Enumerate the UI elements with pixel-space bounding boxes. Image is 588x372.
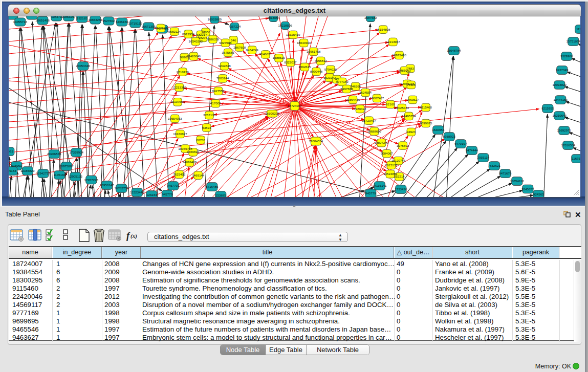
svg-text:19654933: 19654933 bbox=[168, 117, 182, 120]
svg-text:10120746: 10120746 bbox=[391, 159, 406, 162]
svg-text:417008: 417008 bbox=[210, 101, 221, 105]
svg-text:8454749: 8454749 bbox=[246, 48, 259, 52]
svg-text:153885: 153885 bbox=[215, 193, 226, 197]
svg-text:1733426: 1733426 bbox=[395, 187, 407, 191]
svg-text:1588520: 1588520 bbox=[273, 56, 286, 59]
svg-text:12444153: 12444153 bbox=[554, 98, 568, 101]
svg-text:9227349: 9227349 bbox=[556, 68, 569, 72]
svg-text:9245652: 9245652 bbox=[521, 187, 534, 191]
svg-text:2867608: 2867608 bbox=[233, 46, 246, 49]
svg-text:14055713: 14055713 bbox=[13, 20, 28, 24]
svg-text:924565: 924565 bbox=[533, 192, 544, 196]
svg-text:20364436: 20364436 bbox=[346, 98, 360, 101]
svg-text:10653267: 10653267 bbox=[89, 18, 103, 21]
svg-text:15720407: 15720407 bbox=[362, 119, 376, 122]
svg-text:17016504: 17016504 bbox=[561, 143, 576, 147]
svg-text:94923: 94923 bbox=[407, 130, 416, 134]
svg-text:5716485: 5716485 bbox=[206, 185, 219, 188]
svg-text:1469822: 1469822 bbox=[187, 150, 200, 154]
svg-text:7986322: 7986322 bbox=[354, 107, 366, 111]
svg-text:7955812: 7955812 bbox=[315, 59, 328, 62]
svg-text:12213967: 12213967 bbox=[386, 40, 400, 43]
svg-text:9794028: 9794028 bbox=[324, 68, 337, 71]
svg-text:26063: 26063 bbox=[9, 149, 13, 153]
svg-text:8990448: 8990448 bbox=[310, 70, 323, 73]
svg-text:16782759: 16782759 bbox=[115, 186, 129, 190]
svg-text:12093822: 12093822 bbox=[553, 83, 567, 86]
svg-text:16671355: 16671355 bbox=[142, 25, 156, 28]
svg-text:2718126: 2718126 bbox=[177, 70, 189, 74]
svg-text:18724007: 18724007 bbox=[288, 104, 302, 107]
svg-text:7632621: 7632621 bbox=[488, 164, 501, 167]
svg-text:f: f bbox=[126, 231, 130, 241]
svg-text:10487: 10487 bbox=[9, 16, 17, 17]
svg-text:16210643: 16210643 bbox=[553, 114, 567, 117]
svg-text:10853267: 10853267 bbox=[62, 16, 76, 18]
svg-text:22420046: 22420046 bbox=[187, 54, 201, 58]
svg-text:1469144: 1469144 bbox=[192, 173, 205, 177]
svg-text:7803144: 7803144 bbox=[216, 76, 229, 80]
svg-text:8322037: 8322037 bbox=[284, 60, 297, 64]
svg-text:546: 546 bbox=[231, 38, 236, 42]
svg-text:252214: 252214 bbox=[394, 174, 405, 178]
svg-text:20557: 20557 bbox=[28, 16, 37, 17]
svg-text:7625402: 7625402 bbox=[173, 172, 186, 176]
svg-text:10654112: 10654112 bbox=[510, 179, 525, 183]
svg-text:10961758: 10961758 bbox=[307, 50, 321, 53]
svg-text:18640910: 18640910 bbox=[297, 41, 311, 45]
svg-text:15692971: 15692971 bbox=[557, 128, 572, 132]
svg-text:20206576: 20206576 bbox=[47, 152, 61, 156]
svg-text:88783: 88783 bbox=[197, 138, 206, 142]
svg-text:9457791: 9457791 bbox=[167, 184, 180, 187]
svg-text:18300295: 18300295 bbox=[265, 112, 279, 115]
svg-text:1615132: 1615132 bbox=[385, 163, 398, 167]
svg-text:13495754: 13495754 bbox=[402, 114, 416, 118]
svg-text:16107554: 16107554 bbox=[170, 100, 185, 103]
svg-text:10025433: 10025433 bbox=[395, 106, 409, 110]
svg-text:8938923: 8938923 bbox=[443, 135, 456, 138]
svg-text:8186328: 8186328 bbox=[207, 37, 220, 41]
svg-text:16543382: 16543382 bbox=[189, 39, 203, 43]
svg-text:7483: 7483 bbox=[407, 67, 414, 70]
svg-text:10033809: 10033809 bbox=[208, 17, 222, 21]
svg-text:9463627: 9463627 bbox=[406, 98, 419, 101]
svg-text:9777169: 9777169 bbox=[336, 80, 349, 83]
svg-text:75115: 75115 bbox=[407, 83, 416, 86]
svg-text:16648784: 16648784 bbox=[447, 49, 461, 52]
svg-text:12323446: 12323446 bbox=[130, 190, 144, 194]
svg-text:62160: 62160 bbox=[386, 102, 395, 106]
svg-text:945779: 945779 bbox=[365, 191, 376, 195]
svg-text:11123: 11123 bbox=[576, 27, 580, 31]
svg-text:9660124: 9660124 bbox=[168, 30, 181, 33]
svg-text:8471676: 8471676 bbox=[499, 171, 512, 175]
svg-text:9084067: 9084067 bbox=[381, 151, 394, 155]
svg-text:18807249: 18807249 bbox=[375, 141, 389, 144]
svg-text:16154808: 16154808 bbox=[376, 28, 390, 31]
svg-text:192185: 192185 bbox=[77, 16, 88, 20]
svg-text:12905135: 12905135 bbox=[69, 174, 83, 178]
svg-text:3624554: 3624554 bbox=[359, 91, 372, 94]
svg-text:9329966: 9329966 bbox=[560, 54, 573, 58]
svg-text:14099489: 14099489 bbox=[183, 160, 197, 164]
svg-text:9474444: 9474444 bbox=[466, 148, 478, 152]
svg-text:10973493: 10973493 bbox=[392, 53, 406, 57]
svg-text:2687682: 2687682 bbox=[364, 16, 377, 19]
svg-text:9242848: 9242848 bbox=[219, 64, 231, 68]
svg-text:12942757: 12942757 bbox=[36, 171, 51, 175]
svg-text:39153: 39153 bbox=[9, 169, 16, 172]
svg-text:98275: 98275 bbox=[199, 36, 208, 39]
svg-text:17957223: 17957223 bbox=[84, 178, 99, 182]
svg-text:1640954: 1640954 bbox=[432, 128, 445, 132]
svg-text:30975867: 30975867 bbox=[59, 164, 74, 168]
svg-text:1145194: 1145194 bbox=[53, 173, 66, 177]
svg-text:6466160: 6466160 bbox=[116, 20, 128, 24]
svg-text:12156829: 12156829 bbox=[20, 169, 35, 172]
svg-text:20691406: 20691406 bbox=[36, 18, 50, 22]
svg-text:9146821: 9146821 bbox=[259, 52, 272, 56]
svg-text:6479197: 6479197 bbox=[454, 142, 467, 145]
svg-text:10719155: 10719155 bbox=[128, 21, 143, 25]
svg-text:10688609: 10688609 bbox=[367, 129, 382, 133]
svg-text:10807487: 10807487 bbox=[370, 96, 384, 100]
svg-text:20053346: 20053346 bbox=[76, 64, 91, 68]
svg-text:123234: 123234 bbox=[146, 193, 157, 196]
